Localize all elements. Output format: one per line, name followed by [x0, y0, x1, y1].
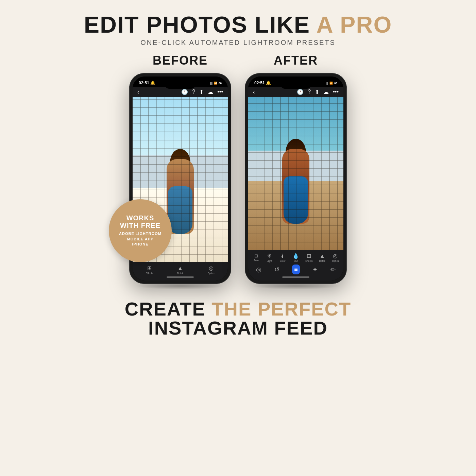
tool-effects-after[interactable]: ⊞ Effects — [303, 253, 315, 262]
optics-icon-after: ◎ — [333, 253, 338, 259]
optics-icon: ◎ — [209, 265, 214, 271]
auto-icon: ⊟ — [254, 253, 258, 258]
tool-detail[interactable]: ▲ Detail — [174, 265, 186, 274]
footer-line2: INSTAGRAM FEED — [125, 319, 352, 338]
dynamic-island — [165, 80, 196, 89]
before-toolbar: ⊞ Effects ▲ Detail ◎ Optics — [133, 262, 228, 280]
sparkle-icon[interactable]: ✦ — [312, 266, 318, 273]
dynamic-island-after — [280, 80, 311, 89]
help-icon[interactable]: ? — [192, 89, 195, 95]
tool-blur[interactable]: 💧 Blur — [290, 253, 302, 262]
light-label: Light — [267, 260, 272, 262]
badge-bottom-text: ADOBE LIGHTROOMMOBILE APPIPHONE — [119, 231, 162, 247]
badge-top-text: WORKSWITH FREE — [120, 214, 160, 229]
optics-label: Optics — [208, 272, 215, 274]
net-overlay-after — [248, 97, 343, 250]
home-indicator — [167, 276, 194, 278]
after-phone-inner: 02:51 🔔 |||📶66 ‹ 🕐 ? ⬆ ☁ ••• — [248, 76, 343, 280]
tool-optics-after[interactable]: ◎ Optics — [329, 253, 341, 262]
color-icon: 🌡 — [280, 253, 285, 259]
header: EDIT PHOTOS LIKE A PRO ONE-CLICK AUTOMAT… — [84, 13, 392, 47]
main-title: EDIT PHOTOS LIKE A PRO — [84, 13, 392, 36]
history-icon[interactable]: 🕐 — [181, 89, 188, 95]
before-column: BEFORE WORKSWITH FREE ADOBE LIGHTROOMMOB… — [129, 53, 231, 289]
effects-icon-after: ⊞ — [307, 253, 311, 259]
more-icon[interactable]: ••• — [217, 89, 223, 95]
after-phone-frame: 02:51 🔔 |||📶66 ‹ 🕐 ? ⬆ ☁ ••• — [245, 73, 347, 284]
blur-icon: 💧 — [292, 253, 299, 259]
blur-label: Blur — [294, 260, 298, 262]
rotate-icon[interactable]: ↺ — [274, 266, 279, 273]
tool-effects[interactable]: ⊞ Effects — [143, 265, 155, 274]
beach-photo-after — [248, 97, 343, 250]
tool-detail-after[interactable]: ▲ Detail — [316, 253, 328, 262]
back-icon-after[interactable]: ‹ — [253, 89, 255, 95]
auto-label: Auto — [254, 259, 258, 261]
cloud-icon[interactable]: ☁ — [208, 89, 213, 95]
footer-line1: CREATE THE PERFECT — [125, 300, 352, 319]
status-icons-after: |||📶66 — [326, 82, 337, 85]
help-icon-after[interactable]: ? — [308, 89, 311, 95]
footer-line1-highlight: THE PERFECT — [211, 298, 351, 320]
after-toolbar: ⊟ Auto ☀ Light 🌡 Color 💧 — [248, 250, 343, 280]
nav-icons-right-after: 🕐 ? ⬆ ☁ ••• — [297, 89, 339, 95]
subtitle: ONE-CLICK AUTOMATED LIGHTROOM PRESETS — [84, 39, 392, 47]
status-icons: |||📶66 — [210, 82, 222, 85]
detail-label: Detail — [177, 272, 183, 274]
back-icon[interactable]: ‹ — [137, 89, 139, 95]
cloud-icon-after[interactable]: ☁ — [323, 89, 329, 95]
mask-icon[interactable]: ◎ — [256, 266, 261, 273]
title-part1: EDIT PHOTOS LIKE — [84, 12, 317, 37]
more-icon-after[interactable]: ••• — [333, 89, 339, 95]
after-label: AFTER — [274, 53, 318, 68]
badge-circle: WORKSWITH FREE ADOBE LIGHTROOMMOBILE APP… — [109, 199, 172, 262]
home-indicator-after — [282, 276, 309, 278]
footer-line1-part1: CREATE — [125, 298, 212, 320]
effects-label-after: Effects — [305, 260, 312, 262]
status-time: 02:51 🔔 — [139, 81, 155, 85]
toolbar-row2: ◎ ↺ ≡ ✦ ✏ — [250, 263, 342, 275]
tool-auto[interactable]: ⊟ Auto — [250, 253, 262, 261]
after-column: AFTER 02:51 🔔 |||📶66 ‹ 🕐 ? ⬆ ☁ — [245, 53, 347, 289]
tool-optics[interactable]: ◎ Optics — [205, 265, 217, 274]
tool-color[interactable]: 🌡 Color — [276, 253, 289, 262]
effects-label: Effects — [146, 272, 153, 274]
toolbar-icons-after: ⊟ Auto ☀ Light 🌡 Color 💧 — [250, 252, 342, 263]
optics-label-after: Optics — [332, 260, 339, 262]
after-photo-area — [248, 97, 343, 250]
status-time-after: 02:51 🔔 — [254, 81, 271, 85]
phones-section: BEFORE WORKSWITH FREE ADOBE LIGHTROOMMOB… — [129, 53, 347, 289]
share-icon-after[interactable]: ⬆ — [315, 89, 319, 95]
light-icon: ☀ — [267, 253, 272, 259]
title-highlight: A PRO — [317, 12, 392, 37]
adjust-icon[interactable]: ≡ — [292, 265, 300, 274]
history-icon-after[interactable]: 🕐 — [297, 89, 304, 95]
share-icon[interactable]: ⬆ — [199, 89, 204, 95]
brush-icon[interactable]: ✏ — [330, 266, 336, 273]
detail-icon-after: ▲ — [320, 253, 325, 259]
color-label: Color — [280, 260, 286, 262]
tool-light[interactable]: ☀ Light — [263, 253, 275, 262]
effects-icon: ⊞ — [147, 265, 152, 271]
nav-icons-right: 🕐 ? ⬆ ☁ ••• — [181, 89, 223, 95]
detail-label-after: Detail — [319, 260, 325, 262]
toolbar-icons: ⊞ Effects ▲ Detail ◎ Optics — [134, 264, 226, 275]
footer: CREATE THE PERFECT INSTAGRAM FEED — [125, 300, 352, 338]
detail-icon: ▲ — [177, 265, 183, 271]
before-label: BEFORE — [153, 53, 208, 68]
